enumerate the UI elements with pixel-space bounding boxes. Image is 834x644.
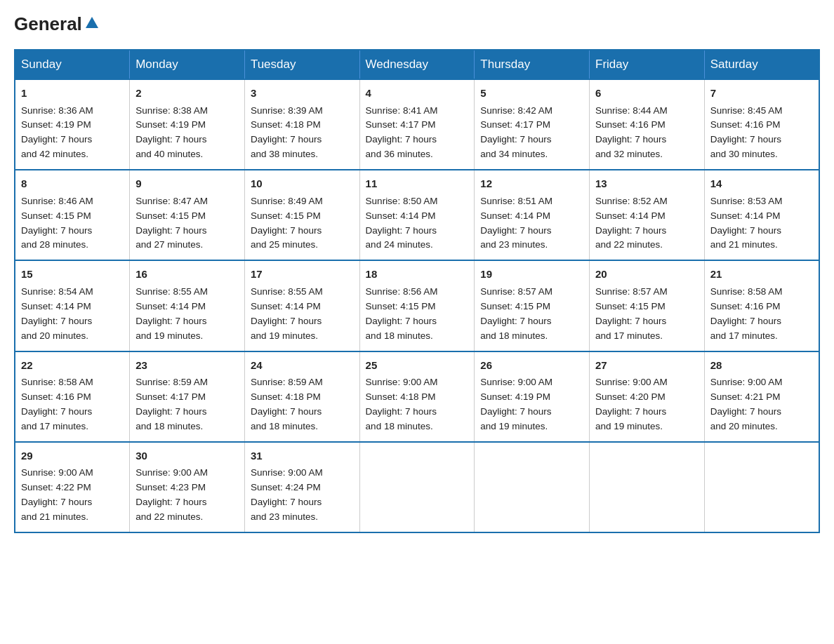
day-number: 24: [251, 358, 354, 374]
weekday-header-tuesday: Tuesday: [244, 50, 359, 79]
logo: General: [14, 14, 100, 35]
day-info: Sunrise: 8:56 AMSunset: 4:15 PMDaylight:…: [366, 286, 438, 341]
day-info: Sunrise: 9:00 AMSunset: 4:19 PMDaylight:…: [480, 377, 552, 431]
day-number: 7: [710, 86, 813, 102]
day-info: Sunrise: 9:00 AMSunset: 4:18 PMDaylight:…: [366, 377, 438, 431]
calendar-cell: 1Sunrise: 8:36 AMSunset: 4:19 PMDaylight…: [15, 79, 130, 170]
calendar-cell: 20Sunrise: 8:57 AMSunset: 4:15 PMDayligh…: [590, 260, 705, 351]
day-number: 27: [595, 358, 699, 374]
calendar-cell: 21Sunrise: 8:58 AMSunset: 4:16 PMDayligh…: [704, 260, 819, 351]
calendar-week-row-2: 8Sunrise: 8:46 AMSunset: 4:15 PMDaylight…: [15, 170, 819, 260]
day-number: 18: [366, 267, 469, 283]
day-info: Sunrise: 8:57 AMSunset: 4:15 PMDaylight:…: [595, 286, 668, 341]
day-info: Sunrise: 9:00 AMSunset: 4:21 PMDaylight:…: [710, 377, 783, 431]
day-info: Sunrise: 8:55 AMSunset: 4:14 PMDaylight:…: [251, 286, 323, 341]
day-info: Sunrise: 8:41 AMSunset: 4:17 PMDaylight:…: [366, 105, 438, 160]
calendar-cell: [704, 442, 819, 532]
weekday-header-wednesday: Wednesday: [359, 50, 475, 79]
calendar-cell: 30Sunrise: 9:00 AMSunset: 4:23 PMDayligh…: [130, 442, 245, 532]
calendar-cell: 3Sunrise: 8:39 AMSunset: 4:18 PMDaylight…: [244, 79, 359, 170]
calendar-week-row-5: 29Sunrise: 9:00 AMSunset: 4:22 PMDayligh…: [15, 442, 819, 532]
calendar-cell: 14Sunrise: 8:53 AMSunset: 4:14 PMDayligh…: [704, 170, 819, 260]
calendar-cell: 5Sunrise: 8:42 AMSunset: 4:17 PMDaylight…: [475, 79, 590, 170]
calendar-cell: 31Sunrise: 9:00 AMSunset: 4:24 PMDayligh…: [244, 442, 359, 532]
weekday-header-sunday: Sunday: [15, 50, 130, 79]
calendar-week-row-4: 22Sunrise: 8:58 AMSunset: 4:16 PMDayligh…: [15, 351, 819, 442]
calendar-cell: 29Sunrise: 9:00 AMSunset: 4:22 PMDayligh…: [15, 442, 130, 532]
day-number: 13: [595, 176, 699, 192]
calendar-cell: 19Sunrise: 8:57 AMSunset: 4:15 PMDayligh…: [475, 260, 590, 351]
day-number: 5: [480, 86, 583, 102]
day-info: Sunrise: 8:45 AMSunset: 4:16 PMDaylight:…: [710, 105, 783, 160]
calendar-cell: [475, 442, 590, 532]
day-number: 3: [251, 86, 354, 102]
calendar-cell: [590, 442, 705, 532]
calendar-cell: 26Sunrise: 9:00 AMSunset: 4:19 PMDayligh…: [475, 351, 590, 442]
day-info: Sunrise: 8:52 AMSunset: 4:14 PMDaylight:…: [595, 196, 668, 250]
day-info: Sunrise: 8:42 AMSunset: 4:17 PMDaylight:…: [480, 105, 552, 160]
page-header: General: [14, 14, 820, 35]
day-number: 8: [21, 176, 124, 192]
calendar-cell: 23Sunrise: 8:59 AMSunset: 4:17 PMDayligh…: [130, 351, 245, 442]
day-number: 15: [21, 267, 124, 283]
day-info: Sunrise: 8:59 AMSunset: 4:17 PMDaylight:…: [135, 377, 208, 431]
day-info: Sunrise: 8:46 AMSunset: 4:15 PMDaylight:…: [21, 196, 93, 250]
calendar-cell: 4Sunrise: 8:41 AMSunset: 4:17 PMDaylight…: [359, 79, 475, 170]
weekday-header-monday: Monday: [130, 50, 245, 79]
day-number: 30: [135, 448, 239, 464]
day-info: Sunrise: 8:44 AMSunset: 4:16 PMDaylight:…: [595, 105, 668, 160]
calendar-cell: 6Sunrise: 8:44 AMSunset: 4:16 PMDaylight…: [590, 79, 705, 170]
day-number: 28: [710, 358, 813, 374]
day-info: Sunrise: 8:57 AMSunset: 4:15 PMDaylight:…: [480, 286, 552, 341]
day-number: 1: [21, 86, 124, 102]
day-info: Sunrise: 9:00 AMSunset: 4:23 PMDaylight:…: [135, 467, 208, 522]
day-number: 19: [480, 267, 583, 283]
day-info: Sunrise: 8:38 AMSunset: 4:19 PMDaylight:…: [135, 105, 208, 160]
day-number: 6: [595, 86, 699, 102]
day-number: 12: [480, 176, 583, 192]
day-number: 16: [135, 267, 239, 283]
calendar-cell: 13Sunrise: 8:52 AMSunset: 4:14 PMDayligh…: [590, 170, 705, 260]
calendar-cell: 27Sunrise: 9:00 AMSunset: 4:20 PMDayligh…: [590, 351, 705, 442]
calendar-cell: 18Sunrise: 8:56 AMSunset: 4:15 PMDayligh…: [359, 260, 475, 351]
day-info: Sunrise: 8:55 AMSunset: 4:14 PMDaylight:…: [135, 286, 208, 341]
day-number: 26: [480, 358, 583, 374]
day-number: 23: [135, 358, 239, 374]
day-number: 21: [710, 267, 813, 283]
day-info: Sunrise: 8:53 AMSunset: 4:14 PMDaylight:…: [710, 196, 783, 250]
weekday-header-thursday: Thursday: [475, 50, 590, 79]
calendar-week-row-1: 1Sunrise: 8:36 AMSunset: 4:19 PMDaylight…: [15, 79, 819, 170]
logo-general: General: [14, 15, 82, 33]
day-number: 22: [21, 358, 124, 374]
logo-icon: [84, 15, 100, 31]
day-info: Sunrise: 9:00 AMSunset: 4:20 PMDaylight:…: [595, 377, 668, 431]
calendar-cell: [359, 442, 475, 532]
day-info: Sunrise: 8:36 AMSunset: 4:19 PMDaylight:…: [21, 105, 93, 160]
weekday-header-row: SundayMondayTuesdayWednesdayThursdayFrid…: [15, 50, 819, 79]
calendar-cell: 10Sunrise: 8:49 AMSunset: 4:15 PMDayligh…: [244, 170, 359, 260]
calendar-cell: 12Sunrise: 8:51 AMSunset: 4:14 PMDayligh…: [475, 170, 590, 260]
calendar-table: SundayMondayTuesdayWednesdayThursdayFrid…: [14, 49, 820, 533]
calendar-cell: 24Sunrise: 8:59 AMSunset: 4:18 PMDayligh…: [244, 351, 359, 442]
day-info: Sunrise: 8:49 AMSunset: 4:15 PMDaylight:…: [251, 196, 323, 250]
day-number: 9: [135, 176, 239, 192]
calendar-cell: 25Sunrise: 9:00 AMSunset: 4:18 PMDayligh…: [359, 351, 475, 442]
day-number: 2: [135, 86, 239, 102]
calendar-cell: 11Sunrise: 8:50 AMSunset: 4:14 PMDayligh…: [359, 170, 475, 260]
day-info: Sunrise: 9:00 AMSunset: 4:22 PMDaylight:…: [21, 467, 93, 522]
day-number: 20: [595, 267, 699, 283]
calendar-cell: 9Sunrise: 8:47 AMSunset: 4:15 PMDaylight…: [130, 170, 245, 260]
day-number: 10: [251, 176, 354, 192]
day-number: 4: [366, 86, 469, 102]
day-number: 11: [366, 176, 469, 192]
calendar-cell: 22Sunrise: 8:58 AMSunset: 4:16 PMDayligh…: [15, 351, 130, 442]
svg-marker-0: [86, 17, 98, 28]
calendar-cell: 17Sunrise: 8:55 AMSunset: 4:14 PMDayligh…: [244, 260, 359, 351]
day-info: Sunrise: 8:59 AMSunset: 4:18 PMDaylight:…: [251, 377, 323, 431]
calendar-cell: 2Sunrise: 8:38 AMSunset: 4:19 PMDaylight…: [130, 79, 245, 170]
day-info: Sunrise: 8:58 AMSunset: 4:16 PMDaylight:…: [21, 377, 93, 431]
day-info: Sunrise: 9:00 AMSunset: 4:24 PMDaylight:…: [251, 467, 323, 522]
weekday-header-friday: Friday: [590, 50, 705, 79]
day-number: 14: [710, 176, 813, 192]
calendar-cell: 16Sunrise: 8:55 AMSunset: 4:14 PMDayligh…: [130, 260, 245, 351]
